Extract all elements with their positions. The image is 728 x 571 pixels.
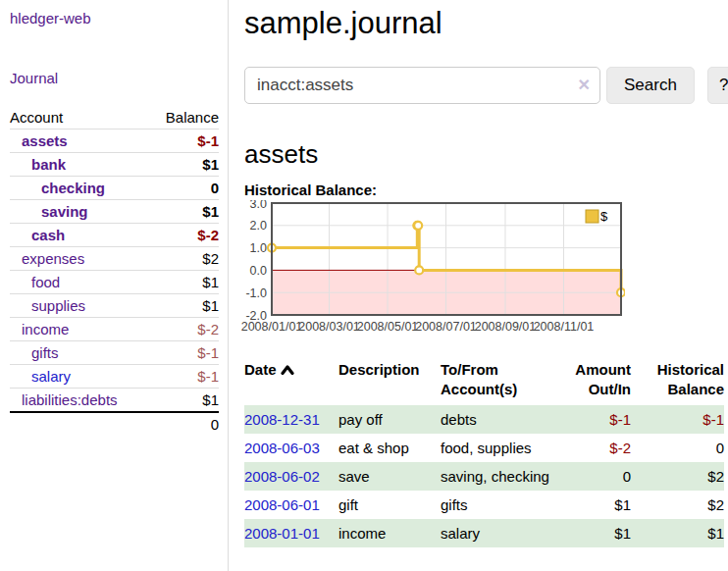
transaction-description: eat & shop — [338, 434, 441, 462]
transaction-date-link[interactable]: 2008-01-01 — [244, 525, 320, 542]
transaction-amount: $-2 — [556, 434, 631, 462]
account-link[interactable]: salary — [31, 368, 71, 385]
transaction-description: income — [338, 519, 441, 547]
account-balance: $-1 — [149, 130, 219, 153]
account-link[interactable]: supplies — [31, 297, 85, 314]
account-link[interactable]: cash — [31, 227, 65, 243]
account-link[interactable]: gifts — [31, 344, 59, 361]
chart-canvas: 2008/01/012008/03/012008/05/012008/07/01… — [240, 200, 625, 339]
transaction-date-link[interactable]: 2008-06-02 — [244, 468, 320, 485]
account-link[interactable]: bank — [31, 156, 66, 173]
account-column-header: Account — [10, 106, 149, 130]
account-row: expenses $2 — [10, 247, 219, 271]
account-row: assets $-1 — [10, 130, 219, 153]
sort-ascending-icon — [281, 365, 294, 375]
transaction-date-link[interactable]: 2008-06-01 — [244, 496, 320, 513]
account-link[interactable]: expenses — [22, 250, 84, 267]
svg-text:2008/07/01: 2008/07/01 — [415, 320, 477, 334]
transaction-date-link[interactable]: 2008-12-31 — [244, 411, 320, 428]
svg-text:2008/11/01: 2008/11/01 — [534, 320, 595, 334]
account-balance: $1 — [149, 153, 219, 177]
transaction-balance: 0 — [631, 434, 724, 462]
account-row: bank $1 — [10, 153, 219, 177]
accounts-column-header: To/From Account(s) — [441, 356, 556, 405]
svg-text:2008/05/01: 2008/05/01 — [357, 320, 419, 334]
account-row: food $1 — [10, 271, 219, 294]
chart-title: Historical Balance: — [244, 182, 724, 198]
transaction-amount: $1 — [556, 491, 631, 519]
transaction-amount: $1 — [556, 519, 631, 547]
main-content: sample.journal ✕ Search ? assets Histori… — [244, 0, 724, 547]
transaction-accounts: debts — [441, 405, 556, 434]
sidebar-item-journal[interactable]: Journal — [10, 70, 218, 86]
transaction-amount: 0 — [556, 462, 631, 491]
account-heading: assets — [244, 139, 724, 170]
description-column-header: Description — [338, 356, 441, 405]
transaction-balance: $1 — [631, 519, 724, 547]
search-input[interactable] — [244, 67, 600, 104]
register-row: 2008-01-01 income salary $1 $1 — [244, 519, 724, 547]
svg-text:-2.0: -2.0 — [245, 309, 267, 323]
account-balance: $-2 — [149, 318, 219, 341]
help-button[interactable]: ? — [707, 67, 728, 104]
account-link[interactable]: liabilities:debts — [22, 391, 118, 408]
register-table: Date Description To/From Account(s) Amou… — [244, 356, 724, 547]
account-link[interactable]: checking — [41, 180, 105, 196]
transaction-accounts: saving, checking — [441, 462, 556, 491]
svg-text:-1.0: -1.0 — [245, 286, 267, 300]
account-link[interactable]: income — [22, 321, 69, 337]
account-balance: $-1 — [149, 365, 219, 389]
date-column-header[interactable]: Date — [244, 356, 338, 405]
clear-search-icon[interactable]: ✕ — [578, 76, 591, 95]
account-balance: 0 — [149, 177, 219, 200]
accounts-total-row: 0 — [10, 412, 219, 436]
transaction-description: gift — [338, 491, 441, 519]
account-link[interactable]: food — [31, 274, 60, 290]
svg-text:1.0: 1.0 — [250, 241, 267, 255]
account-balance: $-2 — [149, 224, 219, 247]
account-row: checking 0 — [10, 177, 219, 200]
register-row: 2008-12-31 pay off debts $-1 $-1 — [244, 405, 724, 434]
balance-column-header-main: Historical Balance — [631, 356, 724, 405]
transaction-date-link[interactable]: 2008-06-03 — [244, 440, 320, 456]
historical-balance-chart: 2008/01/012008/03/012008/05/012008/07/01… — [240, 200, 724, 342]
page-title: sample.journal — [244, 0, 724, 41]
accounts-table-header: Account Balance — [10, 106, 219, 130]
svg-text:0.0: 0.0 — [250, 264, 267, 278]
accounts-total-value: 0 — [149, 412, 219, 436]
sidebar: hledger-web Journal Account Balance asse… — [0, 0, 229, 571]
transaction-description: save — [338, 462, 441, 491]
account-balance: $1 — [149, 294, 219, 318]
transaction-balance: $2 — [631, 462, 724, 491]
app-title-link[interactable]: hledger-web — [10, 10, 218, 26]
transaction-accounts: food, supplies — [441, 434, 556, 462]
account-row: cash $-2 — [10, 224, 219, 247]
svg-text:3.0: 3.0 — [250, 200, 267, 211]
svg-text:2008/09/01: 2008/09/01 — [475, 320, 537, 334]
account-row: saving $1 — [10, 200, 219, 224]
account-balance: $1 — [149, 389, 219, 413]
accounts-total-spacer — [10, 412, 149, 436]
account-row: salary $-1 — [10, 365, 219, 389]
transaction-accounts: gifts — [441, 491, 556, 519]
balance-column-header: Balance — [149, 106, 219, 130]
transaction-amount: $-1 — [556, 405, 631, 434]
svg-text:2008/03/01: 2008/03/01 — [298, 320, 360, 334]
search-form: ✕ Search ? — [244, 67, 724, 104]
search-button[interactable]: Search — [606, 67, 695, 104]
svg-text:2.0: 2.0 — [250, 219, 267, 233]
register-header-row: Date Description To/From Account(s) Amou… — [244, 356, 724, 405]
account-balance: $1 — [149, 200, 219, 224]
account-row: income $-2 — [10, 318, 219, 341]
accounts-table: Account Balance assets $-1 bank $1 check… — [10, 106, 219, 436]
account-row: supplies $1 — [10, 294, 219, 318]
account-balance: $-1 — [149, 341, 219, 365]
register-row: 2008-06-02 save saving, checking 0 $2 — [244, 462, 724, 491]
account-link[interactable]: saving — [41, 203, 88, 220]
transaction-description: pay off — [338, 405, 441, 434]
account-balance: $2 — [149, 247, 219, 271]
svg-text:$: $ — [600, 209, 608, 224]
amount-column-header: Amount Out/In — [556, 356, 631, 405]
account-row: liabilities:debts $1 — [10, 389, 219, 413]
account-link[interactable]: assets — [22, 132, 68, 149]
